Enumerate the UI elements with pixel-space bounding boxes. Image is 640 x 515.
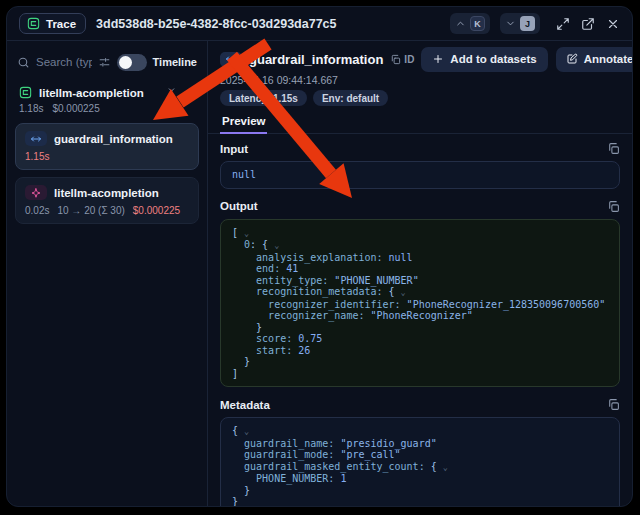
stat: $0.000225 [133,205,180,216]
sidebar-item-litellm-acompletion[interactable]: litellm-acompletion0.02s10 → 20 (Σ 30)$0… [15,177,199,224]
trace-id: 3dd538d8-b25e-4382-8fcc-03d293da77c5 [96,17,336,31]
tree-item-stats: 0.02s10 → 20 (Σ 30)$0.000225 [25,205,189,216]
trace-tree-sidebar: Timeline litellm-acompletion 1.18s $0.00… [7,41,208,506]
chevron-up-icon [455,18,466,29]
toggle-knob [119,56,132,69]
input-section-title: Input [220,143,248,155]
sidebar-item-guardrail_information[interactable]: guardrail_information1.15s [15,123,199,170]
nav-next-button[interactable]: J [500,13,540,34]
chevron-down-icon [505,18,516,29]
plus-icon [432,53,444,65]
copy-icon[interactable] [607,200,620,213]
stat: 10 → 20 (Σ 30) [57,205,124,216]
trace-badge-label: Trace [46,18,76,30]
metadata-section: Metadata { ⌄ guardrail_name: "presidio_g… [220,396,620,506]
tabbar: Preview [208,111,632,134]
copy-icon [390,54,401,65]
topbar: Trace 3dd538d8-b25e-4382-8fcc-03d293da77… [7,7,632,41]
output-section-title: Output [220,200,258,212]
output-code-box: [ ⌄ 0: { ⌄ analysis_explanation: null en… [220,219,620,388]
search-input[interactable] [36,56,92,68]
tree-root-item[interactable]: litellm-acompletion [15,83,199,99]
copy-icon[interactable] [607,398,620,411]
root-duration: 1.18s [19,103,43,114]
badges-row: Latency: 1.15sEnv: default [220,90,620,106]
annotate-icon [566,53,578,65]
trace-detail-window: Trace 3dd538d8-b25e-4382-8fcc-03d293da77… [6,6,633,507]
output-section: Output [ ⌄ 0: { ⌄ analysis_explanation: … [220,198,620,388]
generation-icon [25,185,47,200]
annotate-button-group: Annotate [556,47,633,72]
filter-sliders-icon[interactable] [98,56,111,69]
timeline-toggle[interactable] [117,54,147,71]
collapse-all-icon[interactable] [166,87,177,98]
tree-item-label: guardrail_information [54,133,189,145]
key-badge-k: K [470,16,485,31]
nav-prev-button[interactable]: K [450,13,490,34]
tree-root-label: litellm-acompletion [39,87,159,99]
span-icon [25,131,47,146]
copy-id-button[interactable]: ID [390,54,414,65]
observation-timestamp: 2025-05-16 09:44:14.667 [220,74,620,86]
stat: 0.02s [25,205,49,216]
observation-title: guardrail_information [249,52,383,67]
tree-items: guardrail_information1.15slitellm-acompl… [15,123,199,231]
tree-item-stats: 1.15s [25,151,189,162]
close-icon[interactable] [606,17,620,31]
metadata-code-box: { ⌄ guardrail_name: "presidio_guard" gua… [220,417,620,506]
input-section: Input null [220,140,620,189]
status-badge: Env: default [313,90,388,106]
observation-detail-panel: guardrail_information ID Add to datasets [208,41,632,506]
annotate-button[interactable]: Annotate [556,47,633,72]
external-link-icon[interactable] [581,17,595,31]
metadata-section-title: Metadata [220,399,270,411]
key-badge-j: J [520,16,535,31]
trace-type-badge: Trace [19,13,86,34]
search-icon [17,56,30,69]
input-code-box: null [220,161,620,189]
copy-icon[interactable] [607,142,620,155]
stat: 1.15s [25,151,49,162]
root-cost: $0.000225 [52,103,99,114]
tree-item-label: litellm-acompletion [54,187,189,199]
trace-icon [27,17,40,30]
trace-icon [19,86,32,99]
timeline-label: Timeline [153,56,197,68]
id-label: ID [404,54,414,65]
expand-icon[interactable] [556,17,570,31]
annotate-label: Annotate [584,53,633,65]
add-to-datasets-button[interactable]: Add to datasets [421,47,547,72]
expand-all-icon[interactable] [184,87,195,98]
status-badge: Latency: 1.15s [220,90,307,106]
add-to-datasets-label: Add to datasets [450,53,536,65]
tab-preview[interactable]: Preview [220,112,267,134]
span-icon [220,52,242,67]
